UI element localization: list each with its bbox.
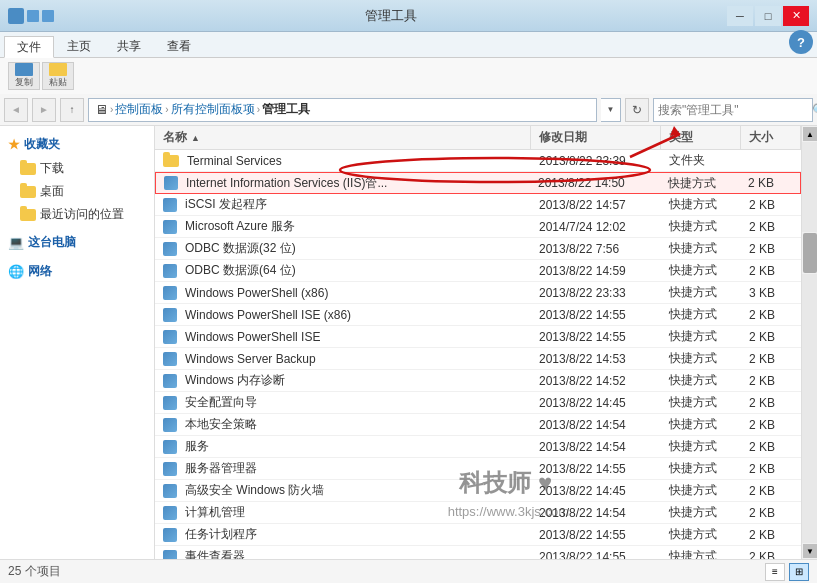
network-icon: 🌐 — [8, 264, 24, 279]
file-row[interactable]: ODBC 数据源(64 位) 2013/8/22 14:59 快捷方式 2 KB — [155, 260, 801, 282]
cell-type: 快捷方式 — [661, 194, 741, 215]
thispc-section: 💻 这台电脑 — [0, 230, 154, 255]
path-allitems[interactable]: 所有控制面板项 — [171, 101, 255, 118]
detail-view-btn[interactable]: ≡ — [765, 563, 785, 581]
tab-file[interactable]: 文件 — [4, 36, 54, 58]
file-name: Internet Information Services (IIS)管... — [186, 175, 387, 192]
sidebar-item-downloads[interactable]: 下载 — [0, 157, 154, 180]
file-row[interactable]: Microsoft Azure 服务 2014/7/24 12:02 快捷方式 … — [155, 216, 801, 238]
quick-access-btn2[interactable] — [42, 10, 54, 22]
path-dropdown[interactable]: ▼ — [601, 98, 621, 122]
cell-name: ODBC 数据源(64 位) — [155, 260, 531, 281]
network-header[interactable]: 🌐 网络 — [0, 259, 154, 284]
file-row[interactable]: Terminal Services 2013/8/22 23:39 文件夹 — [155, 150, 801, 172]
scroll-thumb[interactable] — [803, 233, 817, 273]
file-row[interactable]: ODBC 数据源(32 位) 2013/8/22 7:56 快捷方式 2 KB — [155, 238, 801, 260]
refresh-button[interactable]: ↻ — [625, 98, 649, 122]
cell-name: 本地安全策略 — [155, 414, 531, 435]
file-row[interactable]: 服务 2013/8/22 14:54 快捷方式 2 KB — [155, 436, 801, 458]
file-name: Windows Server Backup — [185, 352, 316, 366]
ribbon-tabs: 文件 主页 共享 查看 ? — [0, 32, 817, 58]
file-row[interactable]: Windows PowerShell ISE (x86) 2013/8/22 1… — [155, 304, 801, 326]
cell-date: 2013/8/22 14:54 — [531, 436, 661, 457]
search-button[interactable]: 🔍 — [812, 101, 817, 119]
folder-icon-desktop — [20, 186, 36, 198]
up-button[interactable]: ↑ — [60, 98, 84, 122]
cell-date: 2013/8/22 14:52 — [531, 370, 661, 391]
col-type[interactable]: 类型 — [661, 126, 741, 149]
col-date[interactable]: 修改日期 — [531, 126, 661, 149]
file-row[interactable]: 事件查看器 2013/8/22 14:55 快捷方式 2 KB — [155, 546, 801, 559]
search-input[interactable] — [658, 103, 808, 117]
file-row[interactable]: 任务计划程序 2013/8/22 14:55 快捷方式 2 KB — [155, 524, 801, 546]
path-controlpanel[interactable]: 控制面板 — [115, 101, 163, 118]
tab-view[interactable]: 查看 — [154, 35, 204, 57]
tab-home[interactable]: 主页 — [54, 35, 104, 57]
cell-size: 2 KB — [740, 173, 800, 193]
sidebar-item-recent[interactable]: 最近访问的位置 — [0, 203, 154, 226]
title-bar-left — [8, 8, 54, 24]
toolbar-btn-1[interactable]: 复制 — [8, 62, 40, 90]
cell-date: 2013/8/22 14:55 — [531, 326, 661, 347]
quick-access-btn[interactable] — [27, 10, 39, 22]
help-button[interactable]: ? — [789, 30, 813, 54]
file-row[interactable]: Windows PowerShell ISE 2013/8/22 14:55 快… — [155, 326, 801, 348]
address-path[interactable]: 🖥 › 控制面板 › 所有控制面板项 › 管理工具 — [88, 98, 597, 122]
maximize-button[interactable]: □ — [755, 6, 781, 26]
cell-type: 快捷方式 — [661, 480, 741, 501]
col-name[interactable]: 名称 ▲ — [155, 126, 531, 149]
cell-size: 3 KB — [741, 282, 801, 303]
thispc-label: 这台电脑 — [28, 234, 76, 251]
cell-type: 快捷方式 — [661, 348, 741, 369]
cell-size: 2 KB — [741, 392, 801, 413]
file-row[interactable]: 高级安全 Windows 防火墙 2013/8/22 14:45 快捷方式 2 … — [155, 480, 801, 502]
file-row[interactable]: iSCSI 发起程序 2013/8/22 14:57 快捷方式 2 KB — [155, 194, 801, 216]
file-row[interactable]: Windows Server Backup 2013/8/22 14:53 快捷… — [155, 348, 801, 370]
search-box[interactable]: 🔍 — [653, 98, 813, 122]
cell-size: 2 KB — [741, 458, 801, 479]
network-label: 网络 — [28, 263, 52, 280]
cell-date: 2013/8/22 14:50 — [530, 173, 660, 193]
forward-button[interactable]: ► — [32, 98, 56, 122]
file-name: 计算机管理 — [185, 504, 245, 521]
back-button[interactable]: ◄ — [4, 98, 28, 122]
tab-share[interactable]: 共享 — [104, 35, 154, 57]
file-row[interactable]: Windows 内存诊断 2013/8/22 14:52 快捷方式 2 KB — [155, 370, 801, 392]
file-row[interactable]: 安全配置向导 2013/8/22 14:45 快捷方式 2 KB — [155, 392, 801, 414]
cell-date: 2013/8/22 7:56 — [531, 238, 661, 259]
shortcut-icon — [163, 462, 177, 476]
sidebar-item-desktop[interactable]: 桌面 — [0, 180, 154, 203]
file-row[interactable]: Internet Information Services (IIS)管... … — [155, 172, 801, 194]
cell-size: 2 KB — [741, 194, 801, 215]
shortcut-icon — [163, 550, 177, 560]
shortcut-icon — [163, 286, 177, 300]
cell-name: Microsoft Azure 服务 — [155, 216, 531, 237]
col-size[interactable]: 大小 — [741, 126, 801, 149]
cell-type: 快捷方式 — [661, 370, 741, 391]
list-view-btn[interactable]: ⊞ — [789, 563, 809, 581]
file-name: Terminal Services — [187, 154, 282, 168]
file-row[interactable]: 服务器管理器 2013/8/22 14:55 快捷方式 2 KB — [155, 458, 801, 480]
file-name: 任务计划程序 — [185, 526, 257, 543]
file-row[interactable]: Windows PowerShell (x86) 2013/8/22 23:33… — [155, 282, 801, 304]
minimize-button[interactable]: ─ — [727, 6, 753, 26]
close-button[interactable]: ✕ — [783, 6, 809, 26]
cell-size: 2 KB — [741, 524, 801, 545]
cell-name: 安全配置向导 — [155, 392, 531, 413]
file-area: 名称 ▲ 修改日期 类型 大小 Terminal Services 2013/8… — [155, 126, 801, 559]
file-row[interactable]: 本地安全策略 2013/8/22 14:54 快捷方式 2 KB — [155, 414, 801, 436]
toolbar-btn-2[interactable]: 粘贴 — [42, 62, 74, 90]
file-name: 高级安全 Windows 防火墙 — [185, 482, 324, 499]
thispc-header[interactable]: 💻 这台电脑 — [0, 230, 154, 255]
main-layout: ★ 收藏夹 下载 桌面 最近访问的位置 💻 这台电脑 — [0, 126, 817, 559]
folder-icon-recent — [20, 209, 36, 221]
scrollbar-right[interactable]: ▲ ▼ — [801, 126, 817, 559]
scroll-up[interactable]: ▲ — [803, 127, 817, 141]
app-icon — [8, 8, 24, 24]
cell-size: 2 KB — [741, 304, 801, 325]
shortcut-icon — [163, 396, 177, 410]
scroll-down[interactable]: ▼ — [803, 544, 817, 558]
file-row[interactable]: 计算机管理 2013/8/22 14:54 快捷方式 2 KB — [155, 502, 801, 524]
sidebar-label-downloads: 下载 — [40, 160, 64, 177]
favorites-header[interactable]: ★ 收藏夹 — [0, 132, 154, 157]
